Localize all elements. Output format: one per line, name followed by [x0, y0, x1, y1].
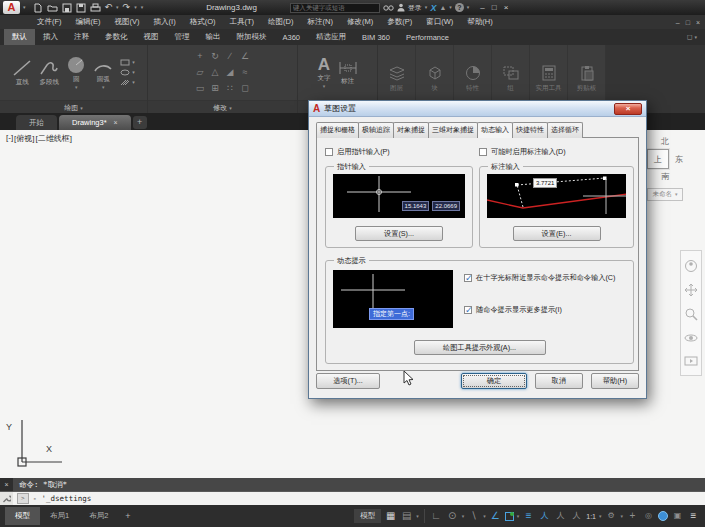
command-input-text[interactable]: - '_dsettings: [33, 494, 92, 503]
redo-icon[interactable]: ↷: [123, 3, 131, 12]
rectangle-tool[interactable]: ▾: [120, 59, 135, 66]
viewcube-north-label[interactable]: 北: [661, 136, 669, 147]
command-window-close-button[interactable]: ×: [0, 478, 13, 491]
menu-file[interactable]: 文件(F): [30, 17, 69, 27]
workspace-gear-icon[interactable]: ⚙: [604, 509, 617, 524]
snap-mode-icon[interactable]: ▤: [400, 509, 413, 524]
command-customize-wrench-icon[interactable]: [0, 492, 13, 506]
hardware-acceleration-icon[interactable]: [658, 511, 668, 521]
hatch-tool[interactable]: ▾: [120, 79, 135, 86]
dialog-title-bar[interactable]: A 草图设置 ×: [309, 101, 646, 117]
exchange-apps-icon[interactable]: X: [430, 3, 436, 13]
ribbon-tab-a360[interactable]: A360: [275, 29, 309, 45]
annotation-visibility-icon[interactable]: 人: [538, 509, 551, 524]
ribbon-tab-insert[interactable]: 插入: [35, 29, 66, 45]
model-space-toggle[interactable]: 模型: [354, 509, 381, 523]
viewport-view-control[interactable]: [俯视]: [14, 133, 34, 144]
menu-modify[interactable]: 修改(M): [340, 17, 380, 27]
dialog-close-button[interactable]: ×: [614, 103, 642, 115]
stretch-icon[interactable]: ≈: [243, 68, 248, 77]
options-button[interactable]: 选项(T)...: [316, 373, 380, 389]
erase-icon[interactable]: ▭: [196, 84, 205, 93]
menu-format[interactable]: 格式(O): [183, 17, 223, 27]
text-tool[interactable]: A 文字 ▾: [318, 56, 331, 89]
ortho-mode-icon[interactable]: ∟: [430, 509, 443, 524]
showmotion-icon[interactable]: [684, 355, 698, 367]
grid-display-icon[interactable]: ▦: [384, 509, 397, 524]
menu-dimension[interactable]: 标注(N): [301, 17, 340, 27]
zoom-icon[interactable]: [684, 307, 698, 321]
ribbon-tab-output[interactable]: 输出: [198, 29, 229, 45]
isodraft-dropdown-icon[interactable]: ▾: [483, 513, 486, 519]
workspace-dropdown-icon[interactable]: ▾: [620, 513, 623, 519]
pointer-input-checkbox-box[interactable]: [325, 148, 333, 156]
isodraft-icon[interactable]: ∖: [467, 509, 480, 524]
tab-dynamic-input[interactable]: 动态输入: [477, 122, 513, 138]
signin-label[interactable]: 登录: [408, 3, 422, 13]
enable-pointer-input-checkbox[interactable]: 启用指针输入(P): [325, 147, 390, 157]
copy-icon[interactable]: ▱: [197, 68, 204, 77]
clean-screen-icon[interactable]: ▣: [671, 509, 684, 524]
ribbon-tab-featured-apps[interactable]: 精选应用: [308, 29, 354, 45]
annotation-scale-icon[interactable]: 人: [570, 509, 583, 524]
viewcube-south-label[interactable]: 南: [661, 171, 669, 182]
close-button[interactable]: ×: [504, 4, 509, 12]
tab-object-snap[interactable]: 对象捕捉: [393, 122, 429, 138]
menu-insert[interactable]: 插入(I): [147, 17, 183, 27]
maximize-button[interactable]: □: [492, 4, 497, 12]
ribbon-tab-view[interactable]: 视图: [136, 29, 167, 45]
ribbon-tab-bim360[interactable]: BIM 360: [354, 29, 398, 45]
ribbon-tab-manage[interactable]: 管理: [167, 29, 198, 45]
annotation-monitor-icon[interactable]: +: [626, 509, 639, 524]
ribbon-tab-performance[interactable]: Performance: [398, 29, 457, 45]
layout-tab-model[interactable]: 模型: [5, 507, 40, 525]
layout-tab-layout2[interactable]: 布局2: [79, 507, 118, 525]
menu-tools[interactable]: 工具(T): [223, 17, 262, 27]
viewcube-top-face[interactable]: 上: [647, 149, 669, 169]
ok-button[interactable]: 确定: [461, 373, 527, 389]
a360-dropdown-icon[interactable]: ▾: [449, 5, 452, 10]
new-drawing-tab-button[interactable]: +: [133, 116, 147, 129]
command-input-row[interactable]: > - '_dsettings: [0, 491, 705, 505]
menu-edit[interactable]: 编辑(E): [69, 17, 108, 27]
minimize-button[interactable]: –: [480, 4, 484, 12]
full-navigation-wheel-icon[interactable]: [684, 259, 698, 273]
circle-dropdown-icon[interactable]: ▾: [75, 85, 78, 90]
annotation-autoscale-icon[interactable]: 人: [554, 509, 567, 524]
open-file-icon[interactable]: [47, 3, 58, 13]
polyline-tool[interactable]: 多段线: [39, 59, 59, 87]
trim-icon[interactable]: ∕: [229, 52, 231, 61]
object-snap-icon[interactable]: [505, 512, 514, 521]
draw-panel-label[interactable]: 绘图 ▾: [0, 100, 147, 113]
mirror-icon[interactable]: △: [212, 68, 219, 77]
ucs-dropdown[interactable]: 未命名▾: [647, 188, 682, 201]
qat-customize-icon[interactable]: ▾: [141, 5, 144, 10]
pan-icon[interactable]: [684, 283, 698, 297]
text-dropdown-icon[interactable]: ▾: [323, 84, 326, 89]
pointer-settings-button[interactable]: 设置(S)...: [355, 226, 443, 241]
annotation-scale-value[interactable]: 1:1: [586, 513, 596, 520]
search-input[interactable]: [290, 3, 380, 13]
customization-menu-icon[interactable]: ≡: [687, 509, 700, 524]
menu-window[interactable]: 窗口(W): [419, 17, 460, 27]
help-icon[interactable]: ?: [455, 3, 464, 12]
explode-icon[interactable]: ◻: [241, 84, 248, 93]
application-menu-button[interactable]: A: [3, 1, 20, 14]
ribbon-tab-parametric[interactable]: 参数化: [97, 29, 136, 45]
move-icon[interactable]: +: [197, 52, 202, 61]
ribbon-tab-addins[interactable]: 附加模块: [229, 29, 275, 45]
layout-tab-layout1[interactable]: 布局1: [40, 507, 79, 525]
file-tab-drawing3[interactable]: Drawing3* ×: [59, 115, 131, 130]
object-snap-dropdown-icon[interactable]: ▾: [517, 513, 520, 519]
lineweight-icon[interactable]: ≡: [522, 509, 535, 524]
doc-restore-button[interactable]: □: [686, 19, 690, 26]
arc-tool[interactable]: 圆弧 ▾: [93, 56, 113, 90]
polar-tracking-icon[interactable]: ⊙: [446, 509, 459, 524]
array-icon[interactable]: ⊞: [211, 84, 219, 93]
dimension-input-checkbox-box[interactable]: [479, 148, 487, 156]
viewcube-east-label[interactable]: 东: [675, 154, 683, 165]
help-dropdown-icon[interactable]: ▾: [467, 5, 470, 10]
show-command-prompt-checkbox-box[interactable]: [464, 274, 472, 282]
polar-dropdown-icon[interactable]: ▾: [462, 513, 465, 519]
a360-icon[interactable]: ▲: [439, 4, 446, 11]
